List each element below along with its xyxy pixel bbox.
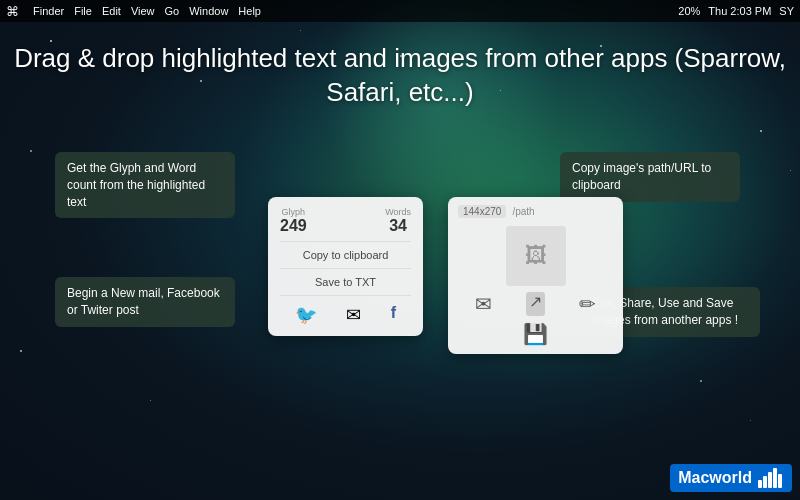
image-dimensions: 144x270 <box>458 205 506 218</box>
menubar-window[interactable]: Window <box>189 5 228 17</box>
menubar: ⌘ Finder File Edit View Go Window Help 2… <box>0 0 800 22</box>
glyph-stat: Glyph 249 <box>280 207 307 235</box>
mail-icon[interactable]: ✉ <box>346 304 361 326</box>
image-widget: 144x270 /path 🖼 ✉ ↗ ✏ 💾 <box>448 197 623 354</box>
menubar-help[interactable]: Help <box>238 5 261 17</box>
menubar-view[interactable]: View <box>131 5 155 17</box>
copy-clipboard-btn[interactable]: Copy to clipboard <box>280 246 411 264</box>
main-title: Drag & drop highlighted text and images … <box>0 22 800 110</box>
image-path: /path <box>512 206 534 217</box>
rating-bar-2 <box>763 476 767 488</box>
menubar-go[interactable]: Go <box>165 5 180 17</box>
menubar-right: 20% Thu 2:03 PM SY <box>678 5 794 17</box>
menubar-user: SY <box>779 5 794 17</box>
rating-bar-4 <box>773 468 777 488</box>
menubar-battery: 20% <box>678 5 700 17</box>
macworld-label: Macworld <box>678 469 752 487</box>
widget-divider3 <box>280 295 411 296</box>
image-save-row: 💾 <box>458 322 613 346</box>
words-stat: Words 34 <box>385 207 411 235</box>
image-header: 144x270 /path <box>458 205 613 218</box>
menubar-time: Thu 2:03 PM <box>708 5 771 17</box>
apple-menu[interactable]: ⌘ <box>6 4 19 19</box>
image-save-icon[interactable]: 💾 <box>523 322 548 346</box>
share-icons-row: 🐦 ✉ f <box>280 304 411 326</box>
menubar-left: ⌘ Finder File Edit View Go Window Help <box>6 4 261 19</box>
facebook-icon[interactable]: f <box>391 304 396 326</box>
annotation-bottom-left: Begin a New mail, Facebook or Twiter pos… <box>55 277 235 327</box>
menubar-app-name[interactable]: Finder <box>33 5 64 17</box>
annotation-top-left: Get the Glyph and Word count from the hi… <box>55 152 235 218</box>
main-content: Drag & drop highlighted text and images … <box>0 22 800 500</box>
rating-bar-3 <box>768 472 772 488</box>
save-txt-btn[interactable]: Save to TXT <box>280 273 411 291</box>
text-widget: Glyph 249 Words 34 Copy to clipboard Sav… <box>268 197 423 336</box>
image-edit-icon[interactable]: ✏ <box>579 292 596 316</box>
menubar-edit[interactable]: Edit <box>102 5 121 17</box>
macworld-badge: Macworld <box>670 464 792 492</box>
menubar-file[interactable]: File <box>74 5 92 17</box>
image-action-icons: ✉ ↗ ✏ <box>458 292 613 316</box>
image-share-icon[interactable]: ↗ <box>526 292 545 316</box>
macworld-rating <box>758 468 782 488</box>
rating-bar-1 <box>758 480 762 488</box>
image-placeholder: 🖼 <box>506 226 566 286</box>
twitter-icon[interactable]: 🐦 <box>295 304 317 326</box>
rating-bar-5 <box>778 474 782 488</box>
widget-divider <box>280 241 411 242</box>
image-mail-icon[interactable]: ✉ <box>475 292 492 316</box>
annotation-top-right: Copy image's path/URL to clipboard <box>560 152 740 202</box>
widget-divider2 <box>280 268 411 269</box>
